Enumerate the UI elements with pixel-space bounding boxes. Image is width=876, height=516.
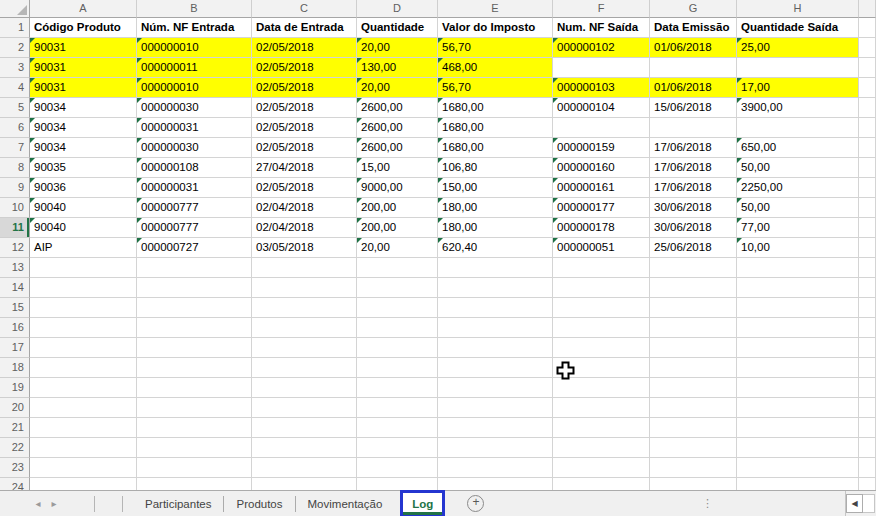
cell-B7[interactable]: 000000030	[137, 138, 252, 158]
cell-E21[interactable]	[438, 418, 553, 438]
cell-F14[interactable]	[553, 278, 650, 298]
cell-G23[interactable]	[650, 458, 737, 478]
cell-F22[interactable]	[553, 438, 650, 458]
cell-G18[interactable]	[650, 358, 737, 378]
column-header-partial[interactable]	[859, 0, 876, 18]
cell-D9[interactable]: 9000,00	[357, 178, 438, 198]
cell-C21[interactable]	[252, 418, 357, 438]
cell-H23[interactable]	[737, 458, 859, 478]
cell-I19[interactable]	[859, 378, 876, 398]
cell-E4[interactable]: 56,70	[438, 78, 553, 98]
cell-B2[interactable]: 000000010	[137, 38, 252, 58]
cell-F8[interactable]: 000000160	[553, 158, 650, 178]
cell-H2[interactable]: 25,00	[737, 38, 859, 58]
cell-D16[interactable]	[357, 318, 438, 338]
cell-E3[interactable]: 468,00	[438, 58, 553, 78]
cell-H9[interactable]: 2250,00	[737, 178, 859, 198]
cell-I13[interactable]	[859, 258, 876, 278]
cell-H17[interactable]	[737, 338, 859, 358]
cell-G15[interactable]	[650, 298, 737, 318]
cell-H1[interactable]: Quantidade Saída	[737, 18, 859, 38]
cell-E16[interactable]	[438, 318, 553, 338]
cell-F1[interactable]: Num. NF Saída	[553, 18, 650, 38]
cell-E19[interactable]	[438, 378, 553, 398]
cell-I15[interactable]	[859, 298, 876, 318]
cell-E14[interactable]	[438, 278, 553, 298]
sheet-tab-participantes[interactable]: Participantes	[133, 491, 223, 516]
cell-H22[interactable]	[737, 438, 859, 458]
sheet-tab-log[interactable]: Log	[400, 490, 445, 516]
cell-B3[interactable]: 000000011	[137, 58, 252, 78]
cell-B1[interactable]: Núm. NF Entrada	[137, 18, 252, 38]
row-header-10[interactable]: 10	[0, 198, 30, 218]
cell-D19[interactable]	[357, 378, 438, 398]
cell-H8[interactable]: 50,00	[737, 158, 859, 178]
cell-I12[interactable]	[859, 238, 876, 258]
cell-A12[interactable]: AIP	[30, 238, 137, 258]
row-header-14[interactable]: 14	[0, 278, 30, 298]
cell-I23[interactable]	[859, 458, 876, 478]
cell-C11[interactable]: 02/04/2018	[252, 218, 357, 238]
cell-F13[interactable]	[553, 258, 650, 278]
row-header-22[interactable]: 22	[0, 438, 30, 458]
row-header-2[interactable]: 2	[0, 38, 30, 58]
cell-A16[interactable]	[30, 318, 137, 338]
cell-I5[interactable]	[859, 98, 876, 118]
cell-I20[interactable]	[859, 398, 876, 418]
cell-E11[interactable]: 180,00	[438, 218, 553, 238]
cell-H15[interactable]	[737, 298, 859, 318]
cell-E23[interactable]	[438, 458, 553, 478]
cell-H7[interactable]: 650,00	[737, 138, 859, 158]
cell-I21[interactable]	[859, 418, 876, 438]
row-header-3[interactable]: 3	[0, 58, 30, 78]
cell-E20[interactable]	[438, 398, 553, 418]
cell-F11[interactable]: 000000178	[553, 218, 650, 238]
cell-I22[interactable]	[859, 438, 876, 458]
row-header-16[interactable]: 16	[0, 318, 30, 338]
horizontal-scrollbar[interactable]: ◀	[845, 491, 876, 516]
cell-H4[interactable]: 17,00	[737, 78, 859, 98]
cell-B18[interactable]	[137, 358, 252, 378]
row-header-18[interactable]: 18	[0, 358, 30, 378]
cell-F5[interactable]: 000000104	[553, 98, 650, 118]
cell-D4[interactable]: 20,00	[357, 78, 438, 98]
cell-I8[interactable]	[859, 158, 876, 178]
cell-F15[interactable]	[553, 298, 650, 318]
column-header-C[interactable]: C	[252, 0, 357, 18]
new-sheet-button[interactable]: +	[467, 495, 484, 512]
cell-D8[interactable]: 15,00	[357, 158, 438, 178]
cell-B17[interactable]	[137, 338, 252, 358]
cell-A7[interactable]: 90034	[30, 138, 137, 158]
column-header-A[interactable]: A	[30, 0, 137, 18]
cell-C1[interactable]: Data de Entrada	[252, 18, 357, 38]
cell-H11[interactable]: 77,00	[737, 218, 859, 238]
cell-A11[interactable]: 90040	[30, 218, 137, 238]
cell-C16[interactable]	[252, 318, 357, 338]
cell-C14[interactable]	[252, 278, 357, 298]
cell-I17[interactable]	[859, 338, 876, 358]
cell-A8[interactable]: 90035	[30, 158, 137, 178]
cell-D11[interactable]: 200,00	[357, 218, 438, 238]
cell-E7[interactable]: 1680,00	[438, 138, 553, 158]
cell-A15[interactable]	[30, 298, 137, 318]
cell-E13[interactable]	[438, 258, 553, 278]
cell-I9[interactable]	[859, 178, 876, 198]
cell-E18[interactable]	[438, 358, 553, 378]
cell-C3[interactable]: 02/05/2018	[252, 58, 357, 78]
cell-H21[interactable]	[737, 418, 859, 438]
cell-D15[interactable]	[357, 298, 438, 318]
cell-C10[interactable]: 02/04/2018	[252, 198, 357, 218]
cell-F10[interactable]: 000000177	[553, 198, 650, 218]
cell-F6[interactable]	[553, 118, 650, 138]
cell-E10[interactable]: 180,00	[438, 198, 553, 218]
cell-A2[interactable]: 90031	[30, 38, 137, 58]
scroll-left-button[interactable]: ◀	[846, 494, 863, 513]
cell-I4[interactable]	[859, 78, 876, 98]
scrollbar-thumb[interactable]	[863, 494, 875, 513]
cell-G21[interactable]	[650, 418, 737, 438]
cell-A5[interactable]: 90034	[30, 98, 137, 118]
cell-F4[interactable]: 000000103	[553, 78, 650, 98]
cell-A21[interactable]	[30, 418, 137, 438]
cell-G22[interactable]	[650, 438, 737, 458]
cell-C2[interactable]: 02/05/2018	[252, 38, 357, 58]
